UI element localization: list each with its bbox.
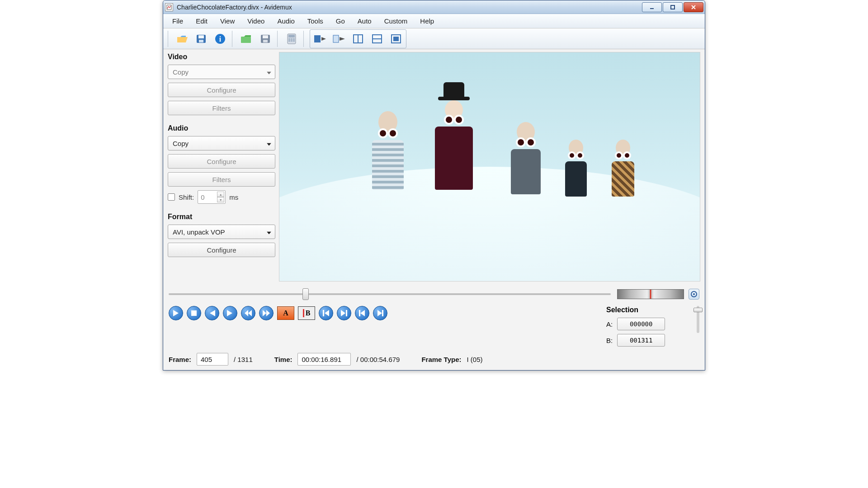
svg-rect-11 xyxy=(263,40,268,42)
minimize-button[interactable] xyxy=(642,2,662,12)
app-window: CharlieChocolateFactory.divx - Avidemux … xyxy=(163,0,705,371)
playback-controls: A B xyxy=(169,306,387,320)
svg-rect-29 xyxy=(393,37,399,41)
svg-marker-41 xyxy=(263,310,266,316)
menu-custom[interactable]: Custom xyxy=(379,15,413,27)
svg-marker-21 xyxy=(321,37,326,41)
window-title: CharlieChocolateFactory.divx - Avidemux xyxy=(177,4,641,11)
jog-wheel[interactable] xyxy=(617,289,684,299)
letterbox-icon[interactable] xyxy=(368,31,386,47)
svg-rect-16 xyxy=(293,38,295,40)
menu-auto[interactable]: Auto xyxy=(352,15,377,27)
timeline-thumb[interactable] xyxy=(302,288,309,300)
menu-video[interactable]: Video xyxy=(242,15,270,27)
shift-checkbox[interactable] xyxy=(168,193,175,201)
timeline-slider[interactable] xyxy=(169,292,611,296)
svg-rect-13 xyxy=(288,35,295,38)
svg-marker-37 xyxy=(210,310,215,316)
menu-help[interactable]: Help xyxy=(415,15,439,27)
menu-view[interactable]: View xyxy=(215,15,240,27)
audio-filters-button[interactable]: Filters xyxy=(168,172,275,187)
goto-end-button[interactable] xyxy=(373,306,387,320)
frame-label: Frame: xyxy=(169,356,191,363)
svg-rect-10 xyxy=(263,35,268,38)
menu-audio[interactable]: Audio xyxy=(272,15,300,27)
video-configure-button[interactable]: Configure xyxy=(168,83,275,97)
svg-rect-15 xyxy=(291,38,292,40)
audio-codec-select[interactable]: Copy xyxy=(168,136,275,150)
menu-tools[interactable]: Tools xyxy=(302,15,329,27)
open-folder-icon[interactable] xyxy=(237,31,255,47)
svg-marker-40 xyxy=(248,310,252,316)
volume-thumb[interactable] xyxy=(693,308,703,312)
svg-rect-14 xyxy=(288,38,290,40)
time-input[interactable]: 00:00:16.891 xyxy=(297,353,351,366)
chevron-down-icon xyxy=(267,68,271,76)
svg-marker-38 xyxy=(227,310,232,316)
svg-rect-47 xyxy=(359,310,360,316)
format-value: AVI, unpack VOP xyxy=(173,228,225,236)
video-filters-button[interactable]: Filters xyxy=(168,101,275,115)
prev-frame-button[interactable] xyxy=(205,306,219,320)
next-frame-button[interactable] xyxy=(223,306,237,320)
video-preview xyxy=(279,52,700,282)
svg-marker-31 xyxy=(267,143,271,146)
calculator-icon[interactable] xyxy=(283,31,301,47)
svg-rect-5 xyxy=(199,40,203,42)
goto-marker-a-button[interactable] xyxy=(319,306,333,320)
save-icon[interactable] xyxy=(192,31,210,47)
volume-slider[interactable] xyxy=(697,306,699,333)
append-icon[interactable] xyxy=(311,31,329,47)
resize-icon[interactable] xyxy=(387,31,405,47)
play-button[interactable] xyxy=(169,306,183,320)
volume-icon[interactable] xyxy=(689,289,699,300)
svg-marker-48 xyxy=(360,310,365,316)
audio-section-label: Audio xyxy=(168,124,275,132)
titlebar: CharlieChocolateFactory.divx - Avidemux xyxy=(163,0,705,14)
svg-rect-22 xyxy=(333,35,339,42)
format-configure-button[interactable]: Configure xyxy=(168,243,275,257)
time-total: / 00:00:54.679 xyxy=(356,356,400,363)
close-button[interactable] xyxy=(684,2,703,12)
svg-rect-1 xyxy=(650,8,654,9)
toolbar: i xyxy=(163,28,705,49)
video-codec-select[interactable]: Copy xyxy=(168,65,275,79)
shift-spinner[interactable]: ▲▼ xyxy=(217,192,224,202)
set-marker-a-button[interactable]: A xyxy=(277,306,294,320)
goto-start-button[interactable] xyxy=(355,306,369,320)
menu-go[interactable]: Go xyxy=(330,15,350,27)
set-marker-b-button[interactable]: B xyxy=(298,306,315,320)
svg-text:i: i xyxy=(219,35,222,43)
shift-label: Shift: xyxy=(179,193,194,201)
selection-label: Selection xyxy=(606,306,683,314)
frame-input[interactable]: 405 xyxy=(197,353,228,366)
export-selection-icon[interactable] xyxy=(330,31,348,47)
goto-marker-b-button[interactable] xyxy=(337,306,351,320)
svg-rect-18 xyxy=(291,40,292,42)
open-icon[interactable] xyxy=(173,31,191,47)
menu-edit[interactable]: Edit xyxy=(190,15,213,27)
svg-marker-49 xyxy=(377,310,382,316)
maximize-button[interactable] xyxy=(663,2,683,12)
crop-icon[interactable] xyxy=(349,31,367,47)
info-icon[interactable]: i xyxy=(211,31,229,47)
svg-marker-42 xyxy=(266,310,270,316)
save-alt-icon[interactable] xyxy=(256,31,274,47)
selection-b-value[interactable]: 001311 xyxy=(617,334,665,347)
svg-rect-46 xyxy=(346,310,347,316)
menu-file[interactable]: File xyxy=(167,15,189,27)
video-codec-value: Copy xyxy=(173,68,189,76)
shift-input[interactable]: 0 ▲▼ xyxy=(198,190,226,204)
svg-rect-20 xyxy=(314,35,321,42)
svg-rect-4 xyxy=(198,35,204,38)
prev-keyframe-button[interactable] xyxy=(241,306,255,320)
svg-rect-8 xyxy=(241,37,251,43)
selection-a-value[interactable]: 000000 xyxy=(617,318,665,330)
stop-button[interactable] xyxy=(187,306,201,320)
svg-marker-45 xyxy=(341,310,345,316)
menubar: File Edit View Video Audio Tools Go Auto… xyxy=(163,14,705,28)
audio-configure-button[interactable]: Configure xyxy=(168,154,275,169)
chevron-down-icon xyxy=(267,228,271,236)
next-keyframe-button[interactable] xyxy=(259,306,274,320)
format-select[interactable]: AVI, unpack VOP xyxy=(168,225,275,239)
